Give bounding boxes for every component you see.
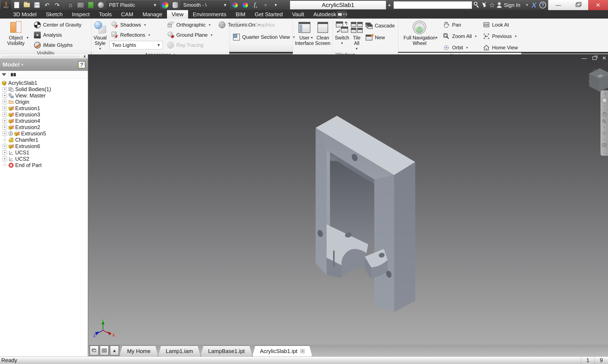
appearance-combo[interactable]: Smooth - \ ▼ — [181, 1, 230, 9]
orthographic-button[interactable]: Orthographic▼ — [166, 20, 214, 29]
navbar-orbit-icon[interactable] — [602, 130, 607, 136]
tree-item-root[interactable]: AcrylicSlab1 — [1, 80, 88, 86]
clean-screen-button[interactable]: Clean Screen — [315, 20, 331, 46]
slice-graphics-button[interactable]: Slice Graphics — [231, 20, 297, 29]
center-of-gravity-button[interactable]: Center of Gravity — [32, 20, 82, 29]
navbar-lookat-icon[interactable] — [602, 142, 607, 148]
expand-plus-icon[interactable]: + — [2, 131, 7, 136]
visual-style-button[interactable]: Visual Style ▼ — [94, 20, 107, 52]
expand-plus-icon[interactable]: + — [2, 93, 7, 98]
expand-plus-icon[interactable]: + — [2, 144, 7, 148]
previous-view-button[interactable]: Previous▼ — [482, 32, 519, 41]
expand-plus-icon[interactable]: + — [2, 112, 7, 117]
ribbon-tab-tools[interactable]: Tools — [94, 10, 117, 19]
new-file-button[interactable] — [12, 1, 21, 9]
lights-combo[interactable]: Two Lights ▼ — [109, 41, 163, 49]
save-button[interactable] — [32, 1, 41, 9]
imate-glyphs-button[interactable]: iMate Glyphs — [32, 40, 82, 50]
home-button[interactable]: ⌂ — [66, 1, 75, 9]
panel-close-icon[interactable]: x — [81, 54, 88, 59]
doc-tab-lampbase1-ipt[interactable]: LampBase1.ipt — [201, 345, 252, 356]
ribbon-tab-sketch[interactable]: Sketch — [41, 10, 67, 19]
minimize-button[interactable]: — — [548, 0, 568, 10]
tree-item-extrusion6[interactable]: +Extrusion6 — [2, 143, 88, 149]
tree-item-extrusion5[interactable]: +Extrusion5 — [2, 130, 88, 137]
ribbon-tab-cam[interactable]: CAM — [116, 10, 138, 19]
arrange-tile-button[interactable] — [100, 345, 109, 356]
expand-plus-icon[interactable]: + — [2, 119, 7, 123]
expand-plus-icon[interactable]: + — [2, 106, 7, 111]
cascade-button[interactable]: Cascade — [364, 21, 396, 30]
sketch-view-button[interactable] — [76, 1, 85, 9]
ribbon-tab-manage[interactable]: Manage — [138, 10, 167, 19]
pan-button[interactable]: Pan — [441, 20, 478, 29]
ribbon-tab-bim[interactable]: BIM — [231, 10, 250, 19]
qat-customize-button[interactable]: ▼ — [271, 1, 280, 9]
zoom-all-button[interactable]: Zoom All▼ — [441, 32, 478, 41]
navbar-wheel-icon[interactable] — [601, 97, 607, 103]
navbar-more-icon[interactable]: ＝ — [603, 151, 606, 154]
chevron-down-icon[interactable]: ▼ — [603, 126, 606, 129]
doc-tab-close-icon[interactable]: ✕ — [300, 349, 305, 353]
navbar-pan-icon[interactable] — [602, 112, 607, 117]
ribbon-display-options-button[interactable]: ▼ — [337, 11, 346, 18]
quarter-section-view-button[interactable]: Quarter Section View▼ — [231, 32, 297, 42]
ribbon-tab-inspect[interactable]: Inspect — [67, 10, 94, 19]
communication-center-icon[interactable] — [481, 1, 488, 9]
expand-plus-icon[interactable]: + — [2, 157, 7, 161]
sign-in-control[interactable]: Sign In ▼ — [496, 2, 529, 8]
app-logo[interactable]: I PRO — [1, 0, 11, 10]
expand-plus-icon[interactable]: + — [2, 150, 7, 155]
adjust-appearance-button[interactable] — [231, 1, 240, 9]
tree-item-view-master[interactable]: +View: Master — [2, 92, 88, 99]
navbar-zoom-icon[interactable] — [602, 119, 607, 124]
appearance-cylinder-button[interactable] — [171, 1, 180, 9]
color-wheel-button[interactable] — [161, 1, 170, 9]
filter-icon[interactable] — [2, 73, 6, 76]
look-at-button[interactable]: Look At — [482, 20, 519, 29]
tile-all-button[interactable]: Tile All ▼ — [351, 20, 363, 52]
tree-item-end-of-part[interactable]: End of Part — [2, 162, 88, 168]
tree-item-origin[interactable]: +Origin — [2, 99, 88, 105]
analysis-button[interactable]: » Analysis — [32, 30, 82, 40]
restore-button[interactable] — [568, 0, 588, 10]
ribbon-tab-view[interactable]: View — [167, 10, 188, 19]
viewport[interactable]: — ✕ — [88, 54, 608, 345]
tree-item-extrusion4[interactable]: +Extrusion4 — [2, 118, 88, 124]
help-icon[interactable]: ? — [539, 2, 546, 8]
reflections-button[interactable]: ✗ Reflections▼ — [109, 30, 163, 40]
redo-button[interactable]: ↷ — [53, 1, 62, 9]
shadows-button[interactable]: ✗ Shadows▼ — [109, 20, 163, 29]
object-visibility-button[interactable]: Object Visibility ▼ — [2, 20, 29, 46]
doc-tab-acrylicslab1-ipt[interactable]: AcrylicSlab1.ipt✕ — [252, 345, 312, 356]
favorites-star-icon[interactable]: ☆ — [489, 1, 495, 9]
part-model[interactable] — [88, 54, 608, 345]
parameters-button[interactable]: fx — [251, 1, 260, 9]
arrange-cascade-button[interactable] — [90, 345, 99, 356]
ribbon-tab-3d-model[interactable]: 3D Model — [8, 10, 41, 19]
search-binoculars-icon[interactable] — [11, 73, 16, 76]
ray-tracing-button[interactable]: Ray Tracing — [166, 40, 214, 50]
ribbon-tab-environments[interactable]: Environments — [188, 10, 231, 19]
ribbon-tab-get-started[interactable]: Get Started — [250, 10, 287, 19]
ground-plane-button[interactable]: ✱ Ground Plane▼ — [166, 30, 214, 40]
doc-tab-my-home[interactable]: My Home — [120, 345, 158, 356]
chevron-down-icon[interactable]: ▼ — [603, 105, 606, 108]
orbit-button[interactable]: Orbit▼ — [441, 43, 478, 52]
measure-button[interactable]: + — [261, 1, 270, 9]
search-input[interactable] — [393, 1, 472, 9]
browser-help-button[interactable]: ? — [78, 61, 85, 68]
expand-plus-icon[interactable]: + — [2, 87, 7, 91]
expand-plus-icon[interactable]: + — [2, 125, 7, 130]
exchange-apps-icon[interactable]: X — [532, 1, 536, 9]
full-navigation-wheel-button[interactable]: Full Navigation Wheel ▼ — [401, 20, 438, 46]
browser-title[interactable]: Model — [2, 61, 20, 68]
panel-grab-bar[interactable]: x — [0, 54, 88, 59]
home-view-button[interactable]: Home View — [482, 43, 519, 52]
navbar-close-icon[interactable]: ✕ — [604, 92, 607, 96]
chevron-down-icon[interactable]: ▾ — [21, 62, 23, 67]
ribbon-tab-vault[interactable]: Vault — [287, 10, 309, 19]
tree-item-chamfer1[interactable]: Chamfer1 — [2, 137, 88, 143]
tree-item-extrusion1[interactable]: +Extrusion1 — [2, 105, 88, 111]
tree-item-ucs1[interactable]: +UCS1 — [2, 149, 88, 156]
